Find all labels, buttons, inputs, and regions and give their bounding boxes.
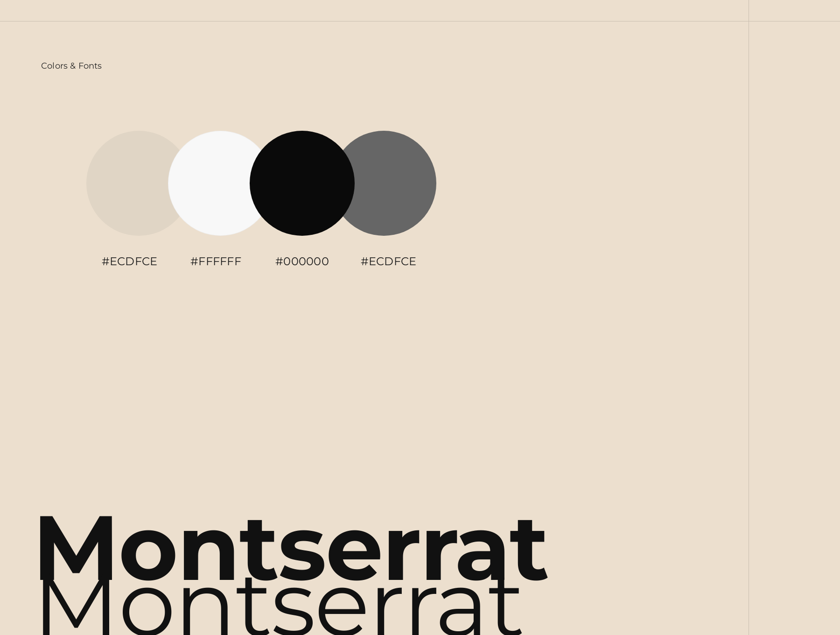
- swatch-000000: [250, 131, 355, 236]
- right-border-line: [749, 0, 749, 635]
- color-label-4: #ECDFCE: [345, 254, 432, 268]
- page-title: Colors & Fonts: [41, 61, 102, 71]
- color-label-3: #000000: [259, 254, 345, 268]
- color-label-2: #FFFFFF: [173, 254, 259, 268]
- color-label-1: #ECDFCE: [86, 254, 173, 268]
- top-border-line: [0, 21, 840, 21]
- color-swatches-container: [86, 131, 436, 236]
- font-regular-display: Montserrat: [33, 558, 524, 635]
- color-labels-row: #ECDFCE #FFFFFF #000000 #ECDFCE: [86, 254, 432, 268]
